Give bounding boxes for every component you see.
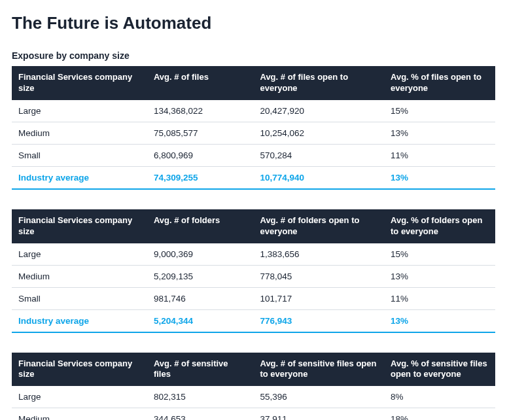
cell: Large xyxy=(12,100,147,122)
cell: 5,204,344 xyxy=(147,309,254,332)
cell: 9,000,369 xyxy=(147,243,254,266)
cell: 13% xyxy=(384,122,495,144)
cell: 134,368,022 xyxy=(147,100,254,122)
cell: 344,653 xyxy=(147,408,254,420)
cell: 11% xyxy=(384,144,495,166)
col-header: Avg. % of files open to everyone xyxy=(384,66,495,100)
cell: 8% xyxy=(384,386,495,408)
cell: 802,315 xyxy=(147,386,254,408)
cell: 18% xyxy=(384,408,495,420)
table-row: Medium 5,209,135 778,045 13% xyxy=(12,265,495,287)
cell: 13% xyxy=(384,265,495,287)
exposure-table-files: Financial Services company size Avg. # o… xyxy=(12,66,495,190)
page-title: The Future is Automated xyxy=(12,13,495,33)
col-header: Avg. % of sensitive files open to everyo… xyxy=(384,353,495,387)
cell: Large xyxy=(12,243,147,266)
col-header: Avg. % of folders open to everyone xyxy=(384,209,495,243)
exposure-table-sensitive: Financial Services company size Avg. # o… xyxy=(12,353,495,420)
col-header: Financial Services company size xyxy=(12,66,147,100)
table-row: Medium 75,085,577 10,254,062 13% xyxy=(12,122,495,144)
exposure-table-folders: Financial Services company size Avg. # o… xyxy=(12,209,495,333)
col-header: Avg. # of folders xyxy=(147,209,254,243)
cell: 6,800,969 xyxy=(147,144,254,166)
table-row: Large 9,000,369 1,383,656 15% xyxy=(12,243,495,266)
table-row: Medium 344,653 37,911 18% xyxy=(12,408,495,420)
cell: 10,254,062 xyxy=(253,122,384,144)
table-row: Small 981,746 101,717 11% xyxy=(12,287,495,309)
cell: 1,383,656 xyxy=(253,243,384,266)
cell: 570,284 xyxy=(253,144,384,166)
cell: Industry average xyxy=(12,166,147,189)
cell: 13% xyxy=(384,309,495,332)
table-row: Large 802,315 55,396 8% xyxy=(12,386,495,408)
cell: 981,746 xyxy=(147,287,254,309)
col-header: Avg. # of sensitive files xyxy=(147,353,254,387)
cell: Small xyxy=(12,144,147,166)
col-header: Financial Services company size xyxy=(12,353,147,387)
cell: 37,911 xyxy=(253,408,384,420)
cell: 13% xyxy=(384,166,495,189)
section-subtitle: Exposure by company size xyxy=(12,50,495,61)
cell: 55,396 xyxy=(253,386,384,408)
col-header: Avg. # of files xyxy=(147,66,254,100)
industry-average-row: Industry average 74,309,255 10,774,940 1… xyxy=(12,166,495,189)
cell: Small xyxy=(12,287,147,309)
cell: Industry average xyxy=(12,309,147,332)
col-header: Avg. # of sensitive files open to everyo… xyxy=(253,353,384,387)
cell: 101,717 xyxy=(253,287,384,309)
col-header: Avg. # of files open to everyone xyxy=(253,66,384,100)
cell: 10,774,940 xyxy=(253,166,384,189)
cell: Large xyxy=(12,386,147,408)
cell: 11% xyxy=(384,287,495,309)
table-row: Small 6,800,969 570,284 11% xyxy=(12,144,495,166)
cell: 15% xyxy=(384,243,495,266)
cell: Medium xyxy=(12,265,147,287)
table-row: Large 134,368,022 20,427,920 15% xyxy=(12,100,495,122)
cell: 778,045 xyxy=(253,265,384,287)
cell: 5,209,135 xyxy=(147,265,254,287)
cell: Medium xyxy=(12,408,147,420)
cell: 776,943 xyxy=(253,309,384,332)
col-header: Financial Services company size xyxy=(12,209,147,243)
cell: 15% xyxy=(384,100,495,122)
cell: 20,427,920 xyxy=(253,100,384,122)
cell: Medium xyxy=(12,122,147,144)
industry-average-row: Industry average 5,204,344 776,943 13% xyxy=(12,309,495,332)
col-header: Avg. # of folders open to everyone xyxy=(253,209,384,243)
cell: 75,085,577 xyxy=(147,122,254,144)
cell: 74,309,255 xyxy=(147,166,254,189)
